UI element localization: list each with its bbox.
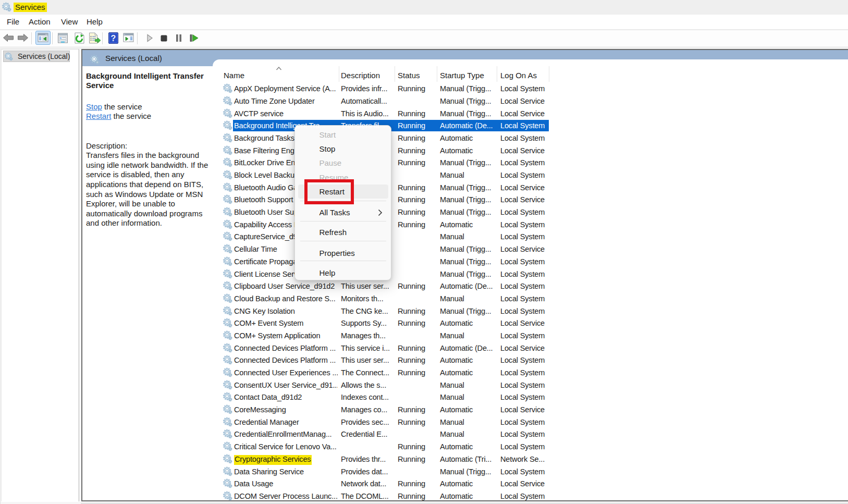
svg-text:?: ? <box>111 33 116 42</box>
